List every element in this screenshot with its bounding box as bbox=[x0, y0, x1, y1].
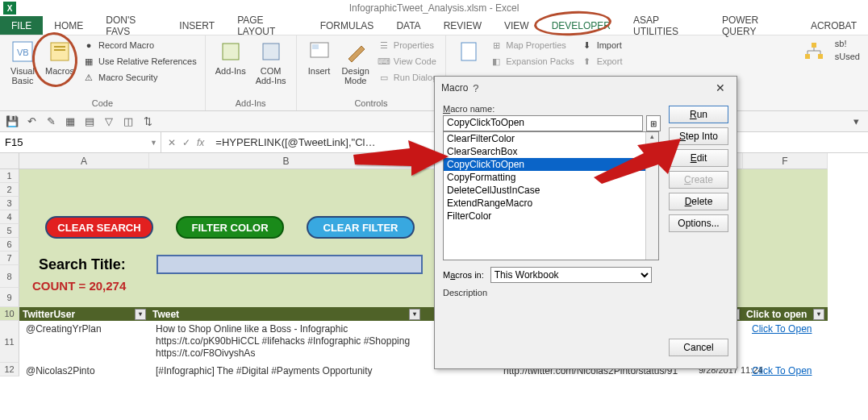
filter-dropdown-icon[interactable]: ▾ bbox=[813, 309, 824, 320]
col-header-b[interactable]: B bbox=[149, 153, 424, 169]
design-mode-button[interactable]: Design Mode bbox=[337, 37, 374, 87]
qat-brush-icon[interactable]: ✎ bbox=[44, 114, 58, 129]
macro-list-item[interactable]: ClearFilterColor bbox=[444, 132, 658, 145]
qat-pivot-icon[interactable]: ◫ bbox=[121, 114, 136, 129]
fx-icon[interactable]: fx bbox=[197, 137, 204, 148]
macro-list-item[interactable]: ExtendRangeMacro bbox=[444, 197, 658, 210]
click-to-open-link[interactable]: Click To Open bbox=[749, 322, 815, 335]
click-to-open-link[interactable]: Click To Open bbox=[749, 364, 815, 377]
col-click-header[interactable]: Click to open ▾ bbox=[743, 307, 828, 321]
help-icon[interactable]: ? bbox=[468, 82, 483, 94]
macro-list-item[interactable]: CopyClickToOpen bbox=[444, 158, 658, 171]
tab-acrobat[interactable]: ACROBAT bbox=[799, 16, 868, 35]
scroll-up-icon[interactable]: ▴ bbox=[646, 132, 658, 145]
qat-sort-icon[interactable]: ⇅ bbox=[140, 114, 155, 129]
visual-basic-button[interactable]: VB Visual Basic bbox=[5, 37, 40, 87]
qat-right-icon[interactable]: ▾ bbox=[849, 114, 863, 129]
macro-list-item[interactable]: FilterColor bbox=[444, 210, 658, 222]
search-input[interactable] bbox=[156, 255, 423, 274]
refedit-icon[interactable]: ⊞ bbox=[646, 115, 661, 131]
tab-power-query[interactable]: POWER QUERY bbox=[711, 16, 799, 35]
qat-filter-icon[interactable]: ▽ bbox=[102, 114, 116, 129]
name-box[interactable]: F15 ▼ bbox=[0, 132, 161, 152]
description-label: Description bbox=[443, 288, 728, 297]
delete-button[interactable]: Delete bbox=[669, 193, 728, 210]
row-header[interactable]: 9 bbox=[0, 288, 19, 307]
row-header[interactable]: 7 bbox=[0, 252, 19, 265]
row-header[interactable]: 11 bbox=[0, 321, 19, 363]
filter-dropdown-icon[interactable]: ▾ bbox=[409, 309, 420, 320]
scrollbar[interactable]: ▴ bbox=[645, 132, 658, 260]
insert-control-button[interactable]: Insert bbox=[302, 37, 337, 77]
row-header[interactable]: 6 bbox=[0, 238, 19, 252]
view-code-button[interactable]: ⌨View Code bbox=[378, 55, 437, 68]
row-header[interactable]: 10 bbox=[0, 307, 19, 321]
fx-accept-icon[interactable]: ✓ bbox=[182, 137, 190, 148]
options-button[interactable]: Options... bbox=[669, 214, 728, 232]
col-header-f[interactable]: F bbox=[743, 153, 828, 169]
map-properties-button[interactable]: ⊞Map Properties bbox=[490, 39, 574, 52]
close-icon[interactable]: ✕ bbox=[711, 81, 730, 94]
edit-button[interactable]: Edit bbox=[669, 149, 728, 167]
export-button[interactable]: ⬆Export bbox=[581, 55, 623, 68]
filter-color-button[interactable]: FILTER COLOR bbox=[176, 216, 284, 239]
expansion-icon: ◧ bbox=[490, 55, 503, 68]
macro-security-button[interactable]: ⚠Macro Security bbox=[82, 71, 197, 84]
macro-list-item[interactable]: DeleteCellJustInCase bbox=[444, 184, 658, 197]
col-twitteruser-header[interactable]: TwitterUser ▾ bbox=[19, 307, 149, 321]
record-macro-button[interactable]: ●Record Macro bbox=[82, 39, 197, 52]
qat-table-icon[interactable]: ▦ bbox=[63, 114, 77, 129]
tab-file[interactable]: FILE bbox=[0, 16, 43, 35]
addins-button[interactable]: Add-Ins bbox=[211, 37, 251, 77]
row-header[interactable]: 2 bbox=[0, 183, 19, 197]
select-all-corner[interactable] bbox=[0, 153, 19, 169]
row-header[interactable]: 12 bbox=[0, 363, 19, 376]
tab-page-layout[interactable]: PAGE LAYOUT bbox=[226, 16, 309, 35]
macro-list-item[interactable]: ClearSearchBox bbox=[444, 145, 658, 158]
run-button[interactable]: Run bbox=[669, 106, 728, 123]
macros-in-select[interactable]: This Workbook bbox=[490, 267, 652, 283]
source-button[interactable] bbox=[451, 37, 486, 68]
col-header-a[interactable]: A bbox=[19, 153, 149, 169]
qat-undo-icon[interactable]: ↶ bbox=[24, 114, 39, 129]
tab-review[interactable]: REVIEW bbox=[432, 16, 493, 35]
chevron-down-icon[interactable]: ▼ bbox=[150, 139, 157, 147]
tab-view[interactable]: VIEW bbox=[493, 16, 540, 35]
row-header[interactable]: 1 bbox=[0, 169, 19, 183]
macro-list[interactable]: ClearFilterColor ClearSearchBox CopyClic… bbox=[443, 131, 659, 260]
step-into-button[interactable]: Step Into bbox=[669, 127, 728, 145]
row-header[interactable]: 3 bbox=[0, 197, 19, 210]
qat-save-icon[interactable]: 💾 bbox=[5, 114, 19, 129]
tab-developer[interactable]: DEVELOPER bbox=[540, 16, 622, 35]
expansion-packs-button[interactable]: ◧Expansion Packs bbox=[490, 55, 574, 68]
clear-filter-button[interactable]: CLEAR FILTER bbox=[307, 216, 415, 239]
tab-formulas[interactable]: FORMULAS bbox=[309, 16, 386, 35]
tab-insert[interactable]: INSERT bbox=[168, 16, 226, 35]
row-header[interactable]: 5 bbox=[0, 224, 19, 238]
qat-paint-icon[interactable]: ▤ bbox=[82, 114, 97, 129]
svg-text:VB: VB bbox=[17, 48, 29, 57]
hierarchy-icon bbox=[801, 39, 827, 64]
properties-button[interactable]: ☰Properties bbox=[378, 39, 437, 52]
unknown-button[interactable] bbox=[796, 37, 832, 68]
fx-cancel-icon[interactable]: ✕ bbox=[168, 137, 176, 148]
cancel-button[interactable]: Cancel bbox=[669, 339, 728, 356]
row-header[interactable]: 8 bbox=[0, 265, 19, 288]
tab-home[interactable]: HOME bbox=[43, 16, 94, 35]
use-relative-refs-button[interactable]: ▦Use Relative References bbox=[82, 55, 197, 68]
clear-search-button[interactable]: CLEAR SEARCH bbox=[45, 216, 153, 239]
tab-dons-favs[interactable]: DON'S FAVS bbox=[94, 16, 168, 35]
macros-button[interactable]: Macros bbox=[40, 37, 79, 77]
filter-dropdown-icon[interactable]: ▾ bbox=[135, 309, 146, 320]
row-header[interactable]: 4 bbox=[0, 210, 19, 224]
macro-name-input[interactable]: CopyClickToOpen bbox=[443, 115, 643, 131]
com-addins-button[interactable]: COM Add-Ins bbox=[251, 37, 291, 87]
dialog-titlebar[interactable]: Macro ? ✕ bbox=[435, 77, 737, 99]
macro-list-item[interactable]: CopyFormatting bbox=[444, 171, 658, 184]
import-button[interactable]: ⬇Import bbox=[581, 39, 623, 52]
col-tweet-header[interactable]: Tweet ▾ bbox=[149, 307, 424, 321]
run-dialog-button[interactable]: ▭Run Dialog bbox=[378, 71, 437, 84]
tab-data[interactable]: DATA bbox=[385, 16, 432, 35]
tab-asap[interactable]: ASAP UTILITIES bbox=[622, 16, 711, 35]
svg-rect-6 bbox=[263, 44, 279, 60]
